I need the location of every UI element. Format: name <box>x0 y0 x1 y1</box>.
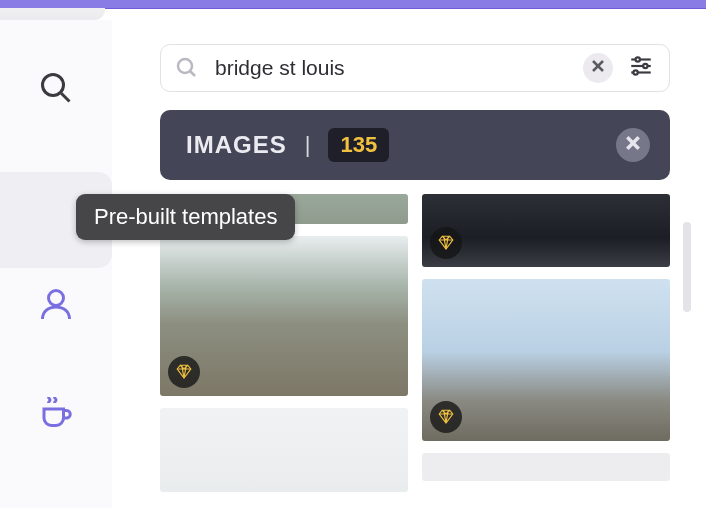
svg-point-6 <box>49 291 64 306</box>
svg-line-1 <box>61 93 69 101</box>
main-panel: IMAGES | 135 <box>112 20 706 508</box>
results-heading: IMAGES <box>186 131 287 159</box>
svg-point-7 <box>178 59 192 73</box>
image-thumbnail[interactable] <box>422 194 670 267</box>
separator: | <box>305 132 311 158</box>
sidebar-search[interactable] <box>32 66 80 114</box>
search-bar <box>160 44 670 92</box>
image-thumbnail[interactable] <box>422 279 670 441</box>
search-icon <box>38 70 74 110</box>
svg-point-16 <box>633 70 637 74</box>
scrollbar[interactable] <box>683 222 691 312</box>
filter-button[interactable] <box>627 54 655 82</box>
clear-search-button[interactable] <box>583 53 613 83</box>
premium-badge <box>430 227 462 259</box>
svg-line-8 <box>190 71 195 76</box>
user-icon <box>38 286 74 326</box>
close-results-button[interactable] <box>616 128 650 162</box>
results-header: IMAGES | 135 <box>160 110 670 180</box>
close-icon <box>591 59 605 77</box>
premium-badge <box>430 401 462 433</box>
search-input[interactable] <box>213 55 569 81</box>
image-thumbnail[interactable] <box>422 453 670 481</box>
premium-badge <box>168 356 200 388</box>
tab-stub <box>0 8 105 20</box>
svg-point-14 <box>643 64 647 68</box>
svg-point-0 <box>43 75 64 96</box>
svg-point-12 <box>636 57 640 61</box>
sidebar-profile[interactable] <box>32 282 80 330</box>
sliders-icon <box>628 53 654 83</box>
coffee-icon <box>38 394 74 434</box>
close-icon <box>625 135 641 155</box>
image-thumbnail[interactable] <box>160 408 408 492</box>
image-thumbnail[interactable] <box>160 236 408 396</box>
search-icon <box>175 56 199 80</box>
top-accent-bar <box>0 0 706 9</box>
sidebar <box>0 20 112 508</box>
results-count: 135 <box>328 128 389 162</box>
sidebar-break[interactable] <box>32 390 80 438</box>
tooltip: Pre-built templates <box>76 194 295 240</box>
